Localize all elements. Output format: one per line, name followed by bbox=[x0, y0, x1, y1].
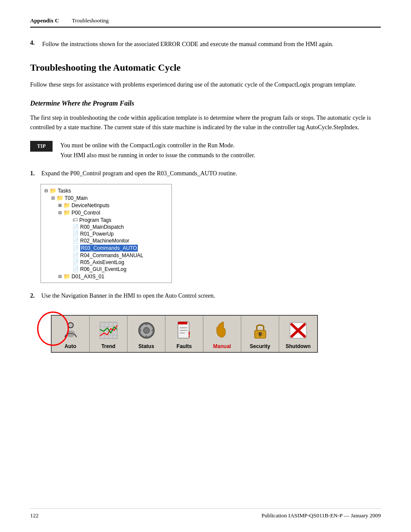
hmi-nav-status[interactable]: Status bbox=[128, 316, 165, 352]
shutdown-label: Shutdown bbox=[286, 343, 311, 349]
tree-r05-label: R05_AxisEventLog bbox=[80, 259, 124, 265]
page-footer: 122 Publication IASIMP-QS011B-EN-P — Jan… bbox=[30, 508, 381, 519]
tree-r01: 📄 R01_PowerUp bbox=[65, 230, 168, 237]
security-icon bbox=[250, 321, 270, 340]
tree-r02: 📄 R02_MachineMonitor bbox=[65, 237, 168, 244]
tree-t00main-label: T00_Main bbox=[65, 195, 87, 201]
status-label: Status bbox=[138, 343, 154, 349]
tree-p00control: ⊟ 📁 P00_Control bbox=[58, 209, 168, 216]
icon-r05: 📄 bbox=[72, 259, 79, 265]
manual-icon-area bbox=[210, 319, 235, 342]
tip-line-1: You must be online with the CompactLogix… bbox=[60, 140, 255, 151]
numbered-step-2: 2. Use the Navigation Banner in the HMI … bbox=[30, 292, 381, 299]
step-4-text: Follow the instructions shown for the as… bbox=[42, 40, 333, 49]
hmi-nav-manual[interactable]: Manual bbox=[203, 316, 241, 352]
section-title: Troubleshooting the Automatic Cycle bbox=[30, 62, 381, 73]
tree-r04-label: R04_Commands_MANUAL bbox=[80, 252, 143, 258]
tree-d01: ⊟ 📁 D01_AXIS_01 bbox=[58, 273, 168, 280]
tree-p00-label: P00_Control bbox=[72, 210, 100, 216]
svg-point-2 bbox=[66, 330, 75, 337]
tree-r00-label: R00_MainDispatch bbox=[80, 224, 124, 230]
icon-program-tags: 🏷 bbox=[72, 217, 78, 223]
step1-num: 1. bbox=[30, 170, 37, 177]
manual-label: Manual bbox=[213, 343, 231, 349]
tree-d01-label: D01_AXIS_01 bbox=[72, 274, 104, 280]
trend-icon bbox=[99, 321, 118, 340]
icon-r01: 📄 bbox=[72, 231, 79, 237]
svg-point-12 bbox=[143, 327, 149, 333]
trend-icon-area bbox=[96, 319, 121, 342]
svg-point-1 bbox=[68, 323, 73, 327]
section-label: Troubleshooting bbox=[72, 17, 109, 24]
icon-r06: 📄 bbox=[72, 266, 79, 272]
section-intro: Follow these steps for assistance with p… bbox=[30, 80, 381, 90]
tree-tasks-label: Tasks bbox=[58, 188, 71, 194]
shutdown-icon-area bbox=[286, 319, 311, 342]
trend-label: Trend bbox=[101, 343, 115, 349]
tip-box: TIP You must be online with the CompactL… bbox=[30, 140, 381, 161]
tree-t00main: ⊟ 📁 T00_Main bbox=[51, 194, 168, 202]
step2-num: 2. bbox=[30, 292, 37, 299]
body-text-1: The first step in troubleshooting the co… bbox=[30, 113, 381, 133]
step1-text: Expand the P00_Control program and open … bbox=[41, 170, 237, 177]
status-icon bbox=[137, 321, 156, 340]
auto-icon-area bbox=[58, 319, 83, 342]
hmi-nav-auto[interactable]: Auto bbox=[52, 316, 90, 352]
folder-icon-devicenet: 📁 bbox=[63, 202, 70, 208]
step-4-number: 4. bbox=[30, 40, 38, 49]
page-header: Appendix C Troubleshooting bbox=[30, 17, 381, 28]
appendix-label: Appendix C bbox=[30, 17, 59, 24]
svg-rect-15 bbox=[178, 322, 187, 324]
publication-info: Publication IASIMP-QS011B-EN-P — January… bbox=[262, 512, 381, 519]
hmi-nav-security[interactable]: Security bbox=[241, 316, 279, 352]
tree-devicenet: ⊞ 📁 DeviceNetInputs bbox=[58, 202, 168, 209]
tip-line-2: Your HMI also must be running in order t… bbox=[60, 150, 255, 161]
tree-program-tags: 🏷 Program Tags bbox=[65, 216, 168, 224]
tree-r05: 📄 R05_AxisEventLog bbox=[65, 259, 168, 266]
tree-r06-label: R06_GUI_EventLog bbox=[80, 266, 126, 272]
tree-view: ⊟ 📁 Tasks ⊟ 📁 T00_Main ⊞ 📁 DeviceNetInpu… bbox=[40, 184, 172, 283]
faults-icon-area: ! bbox=[172, 319, 197, 342]
shutdown-icon bbox=[288, 321, 308, 340]
tree-r02-label: R02_MachineMonitor bbox=[80, 238, 129, 244]
tip-label: TIP bbox=[30, 141, 53, 152]
icon-r03: 📄 bbox=[72, 245, 79, 251]
faults-icon: ! bbox=[174, 321, 194, 340]
hmi-nav-bar: Auto bbox=[51, 315, 318, 353]
tree-devicenet-label: DeviceNetInputs bbox=[72, 202, 109, 208]
hmi-nav-trend[interactable]: Trend bbox=[90, 316, 128, 352]
tree-r04: 📄 R04_Commands_MANUAL bbox=[65, 252, 168, 259]
tip-content: You must be online with the CompactLogix… bbox=[60, 140, 255, 161]
tree-program-tags-label: Program Tags bbox=[79, 217, 111, 223]
tree-tasks: ⊟ 📁 Tasks bbox=[44, 187, 168, 194]
manual-icon bbox=[212, 321, 232, 340]
folder-icon-t00: 📁 bbox=[56, 195, 63, 201]
auto-icon bbox=[61, 321, 81, 340]
folder-icon-d01: 📁 bbox=[63, 273, 70, 280]
icon-r00: 📄 bbox=[72, 224, 79, 230]
tree-r01-label: R01_PowerUp bbox=[80, 231, 114, 237]
svg-text:!: ! bbox=[188, 330, 190, 339]
faults-label: Faults bbox=[177, 343, 192, 349]
icon-r04: 📄 bbox=[72, 252, 79, 258]
auto-label: Auto bbox=[65, 343, 76, 349]
tree-r03: 📄 R03_Commands_AUTO bbox=[65, 244, 168, 252]
step-4: 4. Follow the instructions shown for the… bbox=[30, 40, 381, 49]
step2-text: Use the Navigation Banner in the HMI to … bbox=[41, 292, 215, 299]
folder-icon-p00: 📁 bbox=[63, 209, 70, 216]
hmi-nav-shutdown[interactable]: Shutdown bbox=[279, 316, 317, 352]
icon-r02: 📄 bbox=[72, 238, 79, 244]
page-number: 122 bbox=[30, 512, 39, 519]
subsection-title: Determine Where the Program Fails bbox=[30, 100, 381, 107]
folder-icon-tasks: 📁 bbox=[50, 187, 56, 194]
security-icon-area bbox=[248, 319, 273, 342]
status-icon-area bbox=[134, 319, 159, 342]
security-label: Security bbox=[250, 343, 270, 349]
numbered-step-1: 1. Expand the P00_Control program and op… bbox=[30, 170, 381, 177]
tree-r00: 📄 R00_MainDispatch bbox=[65, 224, 168, 230]
tree-r06: 📄 R06_GUI_EventLog bbox=[65, 266, 168, 273]
hmi-nav-faults[interactable]: ! Faults bbox=[165, 316, 203, 352]
tree-r03-label: R03_Commands_AUTO bbox=[80, 245, 138, 252]
